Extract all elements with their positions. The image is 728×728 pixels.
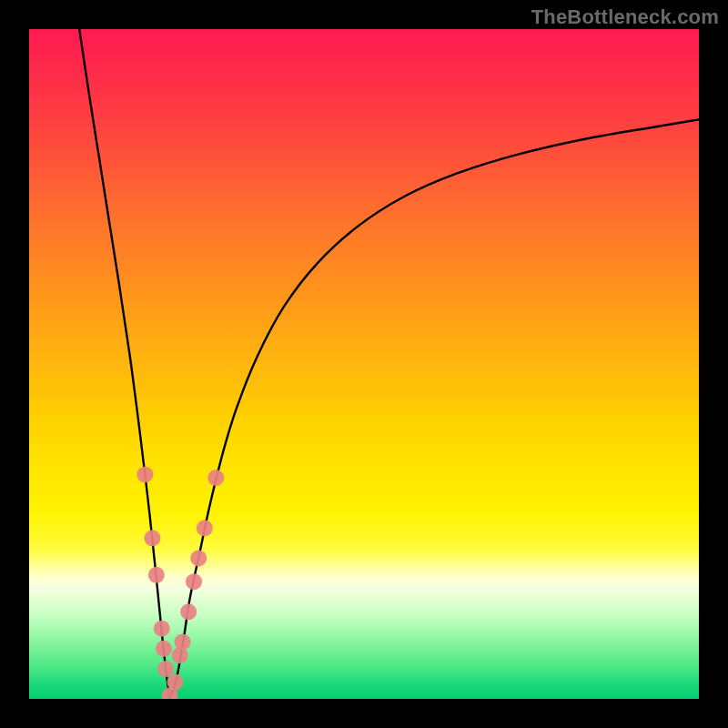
curve-right-branch: [170, 119, 699, 699]
data-marker: [207, 470, 224, 486]
data-marker: [136, 466, 153, 482]
chart-svg: [29, 29, 699, 699]
curve-left-branch: [79, 29, 169, 699]
data-marker: [175, 633, 191, 650]
data-marker: [148, 567, 165, 583]
data-marker: [197, 520, 213, 536]
data-marker: [186, 573, 202, 590]
data-marker: [190, 550, 207, 566]
data-marker: [180, 603, 197, 620]
data-marker: [157, 661, 174, 677]
data-marker: [154, 621, 170, 637]
watermark-text: TheBottleneck.com: [531, 5, 719, 29]
data-marker: [156, 641, 172, 657]
data-marker: [144, 530, 160, 546]
data-marker: [167, 674, 183, 691]
plot-area: [29, 29, 699, 699]
outer-frame: TheBottleneck.com: [0, 0, 728, 728]
